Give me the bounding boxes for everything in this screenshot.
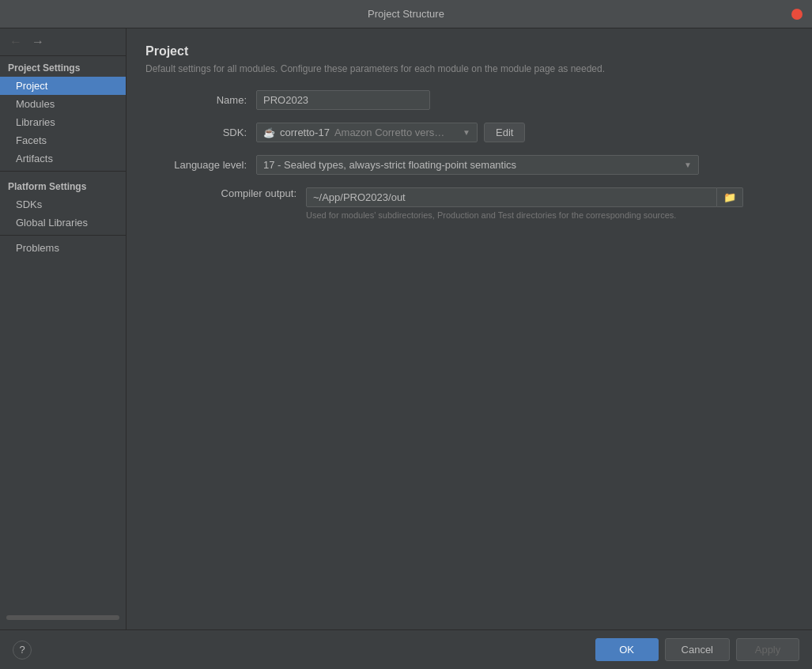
sidebar-bottom — [0, 612, 126, 629]
sdk-name: corretto-17 — [280, 127, 330, 138]
sidebar-item-modules[interactable]: Modules — [0, 95, 126, 113]
compiler-browse-button[interactable]: 📁 — [717, 187, 743, 207]
sidebar-item-facets[interactable]: Facets — [0, 131, 126, 149]
content-area: Project Default settings for all modules… — [127, 28, 812, 629]
sidebar-item-artifacts[interactable]: Artifacts — [0, 149, 126, 168]
sidebar-item-problems[interactable]: Problems — [0, 239, 126, 257]
main-area: ← → Project Settings Project Modules Lib… — [0, 28, 812, 629]
sidebar-item-global-libraries[interactable]: Global Libraries — [0, 214, 126, 232]
close-button[interactable] — [791, 9, 803, 20]
name-input[interactable] — [256, 90, 430, 110]
language-level-field: 17 - Sealed types, always-strict floatin… — [256, 155, 793, 175]
sidebar-divider — [0, 171, 126, 172]
compiler-output-label: Compiler output: — [195, 187, 306, 199]
project-settings-section-label: Project Settings — [0, 56, 126, 77]
edit-sdk-button[interactable]: Edit — [484, 123, 525, 142]
titlebar: Project Structure — [0, 0, 812, 28]
ok-button[interactable]: OK — [595, 638, 659, 661]
sidebar-item-project[interactable]: Project — [0, 77, 126, 95]
forward-button[interactable]: → — [28, 33, 47, 51]
platform-settings-section-label: Platform Settings — [0, 175, 126, 195]
compiler-output-input[interactable] — [306, 187, 717, 207]
content-subtitle: Default settings for all modules. Config… — [145, 63, 793, 74]
sdk-dropdown-arrow: ▼ — [463, 128, 470, 137]
language-level-arrow: ▼ — [684, 161, 692, 169]
language-level-label: Language level: — [145, 159, 256, 171]
footer: ? OK Cancel Apply — [0, 629, 812, 669]
window-title: Project Structure — [368, 8, 444, 20]
compiler-output-field: 📁 Used for modules' subdirectories, Prod… — [306, 187, 743, 220]
language-level-value: 17 - Sealed types, always-strict floatin… — [263, 159, 516, 171]
sdk-row: SDK: ☕ corretto-17 Amazon Corretto vers…… — [145, 123, 793, 142]
sidebar-nav: ← → — [0, 28, 126, 56]
compiler-output-row: Compiler output: 📁 Used for modules' sub… — [145, 187, 793, 220]
sidebar-scrollbar[interactable] — [6, 615, 119, 620]
sdk-java-icon: ☕ — [263, 127, 275, 138]
sidebar-item-sdks[interactable]: SDKs — [0, 195, 126, 214]
cancel-button[interactable]: Cancel — [665, 638, 730, 661]
content-title: Project — [145, 44, 793, 59]
folder-icon: 📁 — [723, 191, 736, 203]
compiler-hint: Used for modules' subdirectories, Produc… — [306, 210, 743, 220]
sidebar-item-libraries[interactable]: Libraries — [0, 113, 126, 131]
language-level-row: Language level: 17 - Sealed types, alway… — [145, 155, 793, 175]
sdk-version: Amazon Corretto vers… — [334, 127, 444, 138]
name-label: Name: — [145, 94, 256, 106]
footer-left: ? — [13, 641, 32, 660]
name-field — [256, 90, 793, 110]
sidebar: ← → Project Settings Project Modules Lib… — [0, 28, 127, 629]
help-button[interactable]: ? — [13, 641, 32, 660]
apply-button[interactable]: Apply — [736, 638, 799, 661]
back-button[interactable]: ← — [6, 33, 25, 51]
footer-right: OK Cancel Apply — [595, 638, 799, 661]
language-level-dropdown[interactable]: 17 - Sealed types, always-strict floatin… — [256, 155, 699, 175]
sdk-field: ☕ corretto-17 Amazon Corretto vers… ▼ Ed… — [256, 123, 793, 142]
sdk-label: SDK: — [145, 127, 256, 138]
sidebar-divider-2 — [0, 235, 126, 236]
name-row: Name: — [145, 90, 793, 110]
sdk-dropdown[interactable]: ☕ corretto-17 Amazon Corretto vers… ▼ — [256, 123, 478, 142]
